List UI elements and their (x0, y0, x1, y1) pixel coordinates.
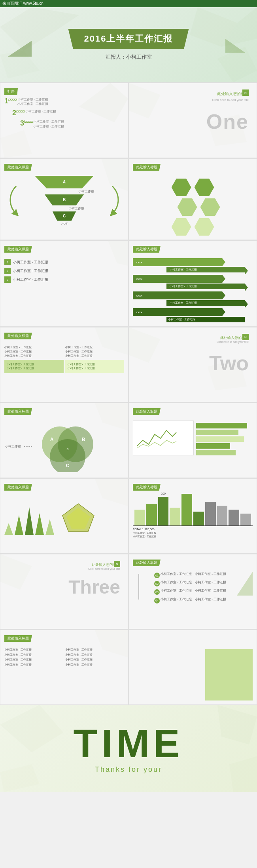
list-item-3: 3 小柯工作室 - 工作汇报 (4, 276, 124, 283)
h-bar-2 (196, 430, 239, 435)
venn-cell: 此处输入标题 小柯工作室 A B C B (0, 403, 128, 478)
list-text-3: 小柯工作室 - 工作汇报 (13, 277, 48, 282)
funnel-level-b: B (45, 194, 84, 206)
toc-item-3: 3/xxxx 小柯工作室 · 工作汇报小柯工作室 · 工作汇报 (20, 120, 124, 128)
watermark-bar: 来自百图汇 www.5tu.cn (0, 0, 257, 7)
row-textgrid-two: 此处输入标题 小柯工作室 - 工作汇报小柯工作室 - 工作汇报小柯工作室 - 工… (0, 327, 257, 402)
section-three-hint: Click here to add your title (88, 567, 120, 570)
h-bar-1 (196, 423, 247, 428)
hex-3 (178, 198, 197, 216)
tri-3 (25, 507, 34, 535)
three-left: N 此处输入您的标题 Click here to add your title … (0, 554, 128, 629)
section-two-hint: Click here to add your title (217, 341, 249, 343)
watermark-text: 来自百图汇 www.5tu.cn (2, 1, 43, 6)
funnel-label-c: 小柯 (61, 222, 68, 226)
svg-marker-7 (0, 130, 32, 158)
toc-num-2: 2/xxxx (12, 109, 25, 116)
tl-item-3: 03 小柯工作室 - 工作汇报 小柯工作室 - 工作汇报 (145, 588, 253, 593)
svg-text:A: A (50, 437, 54, 442)
tri-2 (15, 515, 23, 535)
tl-dot-3: 03 (154, 589, 160, 595)
textgrid-tag: 此处输入标题 (4, 333, 32, 339)
svg-marker-29 (229, 756, 257, 792)
ribbon-2-text: 小柯工作室 - 工作汇报 (166, 284, 245, 289)
toc-text-2: 小柯工作室 · 工作汇报 (25, 109, 57, 114)
time-word: TIME (74, 723, 184, 763)
slide-title: 2016上半年工作汇报 汇报人：小柯工作室 (0, 7, 257, 82)
corner-two: N (242, 334, 249, 340)
tablegrid-tag: 此处输入标题 (4, 635, 32, 642)
hex-tag: 此处输入标题 (133, 164, 161, 171)
corner-three: N (114, 561, 120, 567)
section-one-cell: N 此处输入您的标签 Click here to add your title … (128, 83, 257, 158)
section-three-word: Three (68, 576, 120, 598)
toc-num-3: 3/xxxx (20, 120, 33, 127)
h-bar-5 (196, 450, 236, 455)
bb-4 (170, 508, 180, 525)
svg-marker-26 (0, 705, 63, 752)
big-bar-chart: 100 (133, 495, 253, 526)
hex-5 (172, 218, 191, 236)
row-funnel-hex: 此处输入标题 A 小柯工作室 B 小柯工作室 C 小柯 (0, 158, 257, 240)
list-cell: 此处输入标题 1 小柯工作室 - 工作汇报 2 小柯工作室 - 工作汇报 3 小… (0, 240, 128, 327)
h-bar-3 (196, 436, 244, 442)
list-item-2: 2 小柯工作室 - 工作汇报 (4, 268, 124, 274)
funnel-level-a: A (35, 176, 94, 188)
legend1: 小柯工作室 - 工作汇报 (133, 531, 253, 535)
toc-cell: 打击 1/xxxx 小柯工作室 · 工作汇报小柯工作室 · 工作汇报 2/xxx… (0, 83, 128, 158)
list-items: 1 小柯工作室 - 工作汇报 2 小柯工作室 - 工作汇报 3 小柯工作室 - … (4, 259, 124, 283)
ribbons-cell: 此处输入标题 xxxx 小柯工作室 - 工作汇报 xxxx 小柯工作室 - 工作… (128, 240, 257, 327)
toc-num-1: 1/xxxx (4, 97, 17, 105)
list-num-3: 3 (4, 276, 11, 283)
bigbar-tag: 此处输入标题 (133, 484, 161, 491)
tg-block-1: 小柯工作室 - 工作汇报小柯工作室 - 工作汇报小柯工作室 - 工作汇报 (4, 345, 64, 358)
mountain-cell: 此处输入标题 (0, 478, 128, 554)
main-subtitle: 汇报人：小柯工作室 (106, 53, 152, 61)
list-text-2: 小柯工作室 - 工作汇报 (13, 268, 48, 274)
bb-10 (240, 514, 251, 525)
tl-text-4: 小柯工作室 - 工作汇报 小柯工作室 - 工作汇报 (161, 597, 226, 602)
hex-6 (195, 218, 214, 236)
timeline-cell: 此处输入标题 01 小柯工作室 - 工作汇报 小柯工作室 - 工作汇报 02 小… (128, 554, 257, 629)
title-deco-left (8, 41, 32, 57)
venn-tag: 此处输入标题 (4, 408, 32, 415)
tl-text-3: 小柯工作室 - 工作汇报 小柯工作室 - 工作汇报 (161, 588, 226, 593)
bb-3: 100 (158, 497, 169, 525)
bb-7 (205, 502, 216, 525)
tl-dot-4: 04 (154, 598, 160, 603)
h-bars-area (196, 421, 253, 455)
timeline-tag: 此处输入标题 (133, 560, 161, 566)
ribbons-tag: 此处输入标题 (133, 246, 161, 253)
funnel-label-a: 小柯工作室 (35, 189, 94, 194)
tl-item-2: 02 小柯工作室 - 工作汇报 小柯工作室 - 工作汇报 (145, 580, 253, 584)
toc-item-1: 1/xxxx 小柯工作室 · 工作汇报小柯工作室 · 工作汇报 (4, 97, 124, 106)
bb-6 (193, 512, 204, 525)
venn-company-label: 小柯工作室 (5, 444, 21, 449)
timeline-vert-line (138, 574, 139, 600)
row-tablegrid: 此处输入标题 小柯工作室 - 工作汇报 小柯工作室 - 工作汇报 小柯工作室 -… (0, 629, 257, 705)
h-bar-4 (196, 443, 230, 449)
tg-col-2: 小柯工作室 - 工作汇报 小柯工作室 - 工作汇报 小柯工作室 - 工作汇报 小… (65, 647, 125, 667)
tl-dot-1: 01 (154, 573, 160, 578)
svg-text:B: B (66, 447, 68, 451)
toc-items: 1/xxxx 小柯工作室 · 工作汇报小柯工作室 · 工作汇报 2/xxxx 小… (4, 97, 124, 129)
row-list-ribbons: 此处输入标题 1 小柯工作室 - 工作汇报 2 小柯工作室 - 工作汇报 3 小… (0, 240, 257, 327)
tg-block-2: 小柯工作室 - 工作汇报小柯工作室 - 工作汇报小柯工作室 - 工作汇报 (65, 345, 125, 358)
funnel-tag: 此处输入标题 (4, 164, 32, 171)
tl-dot-2: 02 (154, 581, 160, 586)
ribbon-1: xxxx (133, 258, 222, 266)
title-deco-right (225, 39, 245, 53)
section-one-word: One (206, 110, 249, 133)
svg-marker-28 (0, 764, 40, 792)
hex-4 (200, 198, 220, 216)
toc-item-2: 2/xxxx 小柯工作室 · 工作汇报 (12, 109, 124, 116)
ribbon-3: xxxx (133, 291, 222, 299)
linechart-tag: 此处输入标题 (133, 408, 161, 415)
bb-5 (181, 494, 192, 525)
toc-text-3: 小柯工作室 · 工作汇报小柯工作室 · 工作汇报 (33, 120, 64, 128)
bb-2 (146, 504, 157, 525)
bigbar-cell: 此处输入标题 100 TOTAL 1,920,00 (128, 478, 257, 554)
total-label: TOTAL 1,920,000 (133, 528, 253, 531)
row-three: N 此处输入您的标题 Click here to add your title … (0, 554, 257, 629)
list-item-1: 1 小柯工作室 - 工作汇报 (4, 259, 124, 265)
